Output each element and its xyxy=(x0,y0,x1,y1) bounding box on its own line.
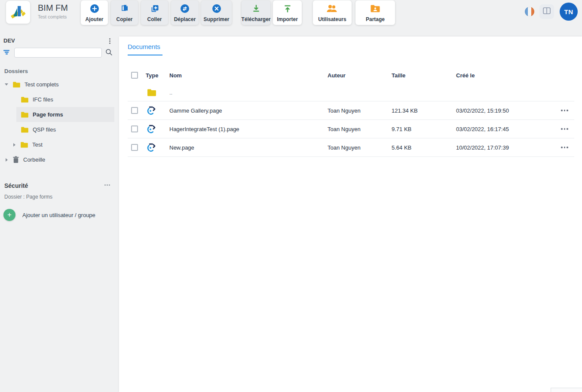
add-user-group-label: Ajouter un utilisateur / groupe xyxy=(22,212,95,218)
copy-button-label: Copier xyxy=(116,16,132,22)
tree-item-label: Corbeille xyxy=(23,156,45,163)
column-header-author: Auteur xyxy=(328,72,392,79)
add-button-label: Ajouter xyxy=(86,16,104,22)
tree-item-test[interactable]: Test xyxy=(0,137,119,152)
share-button-label: Partage xyxy=(366,16,385,22)
table-row[interactable]: Gamme Gallery.page Toan Nguyen 121.34 KB… xyxy=(128,101,574,120)
main-panel: Documents Type Nom Auteur Taille Créé le… xyxy=(119,37,582,392)
folder-search-input[interactable] xyxy=(14,48,102,58)
folder-icon xyxy=(12,81,21,88)
folder-icon xyxy=(20,141,28,148)
column-header-size: Taille xyxy=(392,72,456,79)
trash-icon xyxy=(12,156,19,163)
download-icon xyxy=(251,3,261,14)
column-header-created: Créé le xyxy=(456,72,539,79)
share-button[interactable]: Partage xyxy=(355,0,395,25)
paste-button-label: Coller xyxy=(147,16,162,22)
table-header-row: Type Nom Auteur Taille Créé le xyxy=(128,67,574,84)
security-menu-icon[interactable] xyxy=(104,184,110,186)
row-checkbox[interactable] xyxy=(131,107,138,114)
select-all-checkbox[interactable] xyxy=(131,72,138,79)
document-name[interactable]: Gamme Gallery.page xyxy=(169,107,328,114)
tree-item-label: Test complets xyxy=(25,81,58,88)
tree-item-label: IFC files xyxy=(33,96,53,103)
document-size: 121.34 KB xyxy=(392,107,456,114)
document-name[interactable]: New.page xyxy=(169,144,328,151)
table-row[interactable]: HagerIntegrateTest (1).page Toan Nguyen … xyxy=(128,120,574,138)
document-size: 9.71 KB xyxy=(392,126,456,132)
document-author: Toan Nguyen xyxy=(328,126,392,132)
user-avatar[interactable]: TN xyxy=(560,3,578,21)
document-name[interactable]: HagerIntegrateTest (1).page xyxy=(169,126,328,132)
bim-logo-icon xyxy=(9,3,27,22)
add-user-group-button[interactable]: + Ajouter un utilisateur / groupe xyxy=(3,209,95,221)
page-file-icon xyxy=(146,124,169,135)
tree-item-page-forms[interactable]: Page forms xyxy=(16,107,114,122)
parent-folder-row[interactable]: .. xyxy=(128,84,574,101)
document-created: 03/02/2022, 15:19:50 xyxy=(456,107,539,114)
tree-item-label: Page forms xyxy=(33,111,63,118)
app-subtitle: Test complets xyxy=(38,14,67,19)
tab-active-underline xyxy=(128,55,162,55)
download-button[interactable]: Télécharger xyxy=(242,0,270,25)
folder-tree: Test complets IFC files Page forms QSP f… xyxy=(0,77,119,167)
users-button[interactable]: Utilisateurs xyxy=(313,0,352,25)
row-checkbox[interactable] xyxy=(131,144,138,151)
sidebar: DEV Dossiers Test complets IFC files Pag… xyxy=(0,37,119,392)
tree-item-ifc-files[interactable]: IFC files xyxy=(0,92,119,107)
folder-icon xyxy=(21,126,29,133)
tree-item-test-complets[interactable]: Test complets xyxy=(0,77,119,92)
share-folder-icon xyxy=(370,3,380,14)
tree-item-qsp-files[interactable]: QSP files xyxy=(0,122,119,137)
chevron-right-icon[interactable] xyxy=(12,143,16,147)
table-row[interactable]: New.page Toan Nguyen 5.64 KB 10/02/2022,… xyxy=(128,138,574,157)
row-actions-ellipsis-icon[interactable] xyxy=(559,108,574,113)
plus-icon: + xyxy=(3,209,15,221)
move-button-label: Déplacer xyxy=(174,16,196,22)
delete-button-label: Supprimer xyxy=(203,16,229,22)
paste-button[interactable]: Coller xyxy=(141,0,168,25)
parent-folder-label: .. xyxy=(169,89,328,96)
folder-icon xyxy=(146,89,169,97)
app-title: BIM FM xyxy=(38,3,68,13)
users-icon xyxy=(326,3,338,14)
document-created: 03/02/2022, 16:17:45 xyxy=(456,126,539,132)
delete-button[interactable]: Supprimer xyxy=(201,0,232,25)
workspace-label: DEV xyxy=(3,37,15,44)
move-button[interactable]: Déplacer xyxy=(171,0,199,25)
row-actions-ellipsis-icon[interactable] xyxy=(559,126,574,132)
chevron-down-icon[interactable] xyxy=(4,83,9,86)
tab-documents[interactable]: Documents xyxy=(128,43,160,50)
chevron-right-icon[interactable] xyxy=(4,158,9,162)
page-file-icon xyxy=(146,142,169,153)
column-header-name: Nom xyxy=(169,72,328,79)
folder-icon xyxy=(21,111,29,118)
filter-icon[interactable] xyxy=(3,50,10,55)
document-created: 10/02/2022, 17:07:39 xyxy=(456,144,539,151)
app-logo[interactable] xyxy=(6,1,30,24)
scrollbar-corner[interactable] xyxy=(551,388,582,392)
security-folder-context: Dossier : Page forms xyxy=(4,194,52,200)
upload-icon xyxy=(283,3,292,14)
add-button[interactable]: Ajouter xyxy=(81,0,108,25)
security-heading: Sécurité xyxy=(4,182,28,189)
split-view-button[interactable] xyxy=(539,4,554,19)
split-view-icon xyxy=(542,6,551,17)
search-icon[interactable] xyxy=(105,49,113,58)
row-checkbox[interactable] xyxy=(131,126,138,132)
copy-button[interactable]: Copier xyxy=(111,0,138,25)
kebab-menu-icon[interactable] xyxy=(106,37,113,45)
row-actions-ellipsis-icon[interactable] xyxy=(559,145,574,150)
document-size: 5.64 KB xyxy=(392,144,456,151)
column-header-type: Type xyxy=(146,72,169,79)
document-author: Toan Nguyen xyxy=(328,144,392,151)
import-button[interactable]: Importer xyxy=(273,0,302,25)
toolbar: Ajouter Copier Coller Déplacer Supprimer xyxy=(81,0,395,25)
tree-item-label: QSP files xyxy=(33,126,56,133)
delete-icon xyxy=(212,3,221,14)
tree-item-corbeille[interactable]: Corbeille xyxy=(0,152,119,167)
folder-icon xyxy=(21,96,29,103)
language-flag-icon[interactable] xyxy=(525,7,534,16)
plus-circle-icon xyxy=(90,3,99,14)
topbar: BIM FM Test complets Ajouter Copier Coll… xyxy=(0,0,582,37)
